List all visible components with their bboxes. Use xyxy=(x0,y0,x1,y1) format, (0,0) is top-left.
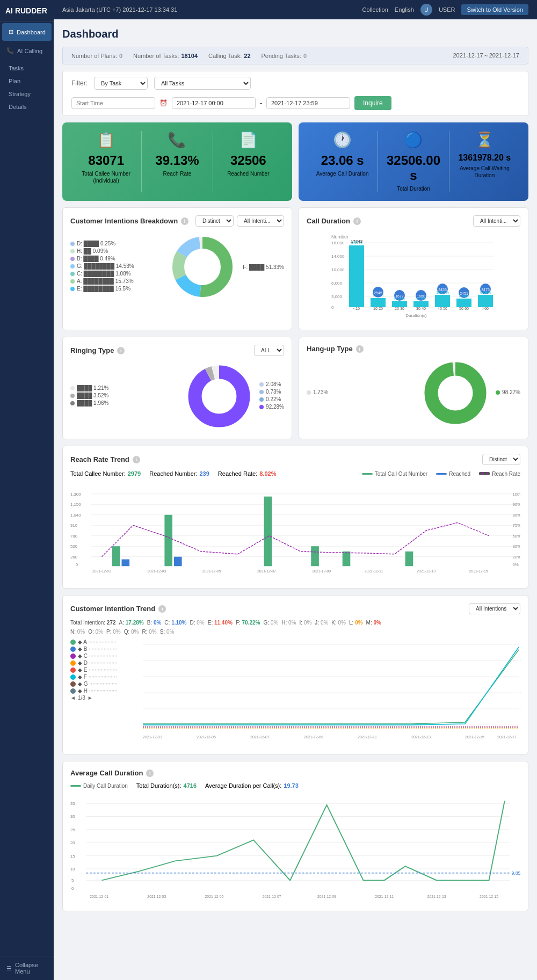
ringing-type-title: Ringing Type i ALL xyxy=(70,345,284,356)
collapse-menu-btn[interactable]: ☰ Collapse Menu xyxy=(0,956,54,980)
pending-val: 0 xyxy=(303,53,307,59)
legend-line-purple xyxy=(479,472,490,475)
ringing-dot-r1 xyxy=(259,382,264,387)
trend-bar-5 xyxy=(343,551,351,566)
customer-intentions-card: Customer Intentions Breakdown i Distinct… xyxy=(62,207,292,330)
avg-call-duration-info-icon[interactable]: i xyxy=(146,770,154,777)
ringing-legend-r1: 2.08% xyxy=(259,381,284,387)
sidebar-item-tasks[interactable]: Tasks xyxy=(0,62,54,75)
sidebar-item-dashboard[interactable]: ⊞ Dashboard xyxy=(2,23,52,41)
prev-page-icon[interactable]: ◄ xyxy=(70,695,76,701)
stat-pending-tasks: Pending Tasks: 0 xyxy=(262,53,307,59)
page-title: Dashboard xyxy=(62,28,528,40)
ringing-type-info-icon[interactable]: i xyxy=(117,347,125,354)
svg-text:10-20: 10-20 xyxy=(373,307,383,310)
svg-text:25: 25 xyxy=(70,827,75,832)
svg-text:2021-12-09: 2021-12-09 xyxy=(304,735,323,739)
series-page-nav[interactable]: ◄ 1/3 ► xyxy=(70,695,135,701)
avg-call-duration-chart-svg: 35 30 25 20 15 10 5 0 9.85 2021-12-01 20… xyxy=(70,794,520,902)
svg-text:2021-12-11: 2021-12-11 xyxy=(365,569,383,573)
reach-rate-trend-title: Reach Rate Trend i Distinct xyxy=(70,454,520,465)
filter-bar: Filter: By Task All Tasks ⏰ - Inquire xyxy=(62,71,528,116)
collapse-icon: ☰ xyxy=(6,965,12,972)
switch-old-version-btn[interactable]: Switch to Old Version xyxy=(461,4,528,15)
hangup-right-legend: 98.27% xyxy=(496,389,520,397)
series-C: ◆ C ··················· xyxy=(70,653,135,659)
hangup-legend-1: 1.73% xyxy=(307,389,415,395)
dashboard-icon: ⊞ xyxy=(9,28,13,35)
series-D: ◆ D ··················· xyxy=(70,660,135,666)
start-time-input[interactable] xyxy=(71,97,155,109)
metric-avg-call-duration: 🕐 23.06 s Average Call Duration xyxy=(307,131,378,192)
avg-call-duration-label: Average Call Duration xyxy=(314,170,371,177)
bar-40-50 xyxy=(435,295,450,307)
ringing-type-filter-select[interactable]: ALL xyxy=(254,345,284,356)
intention-trend-stats-row2: N: 0% O: 0% P: 0% Q: 0% R: 0% S: 0% xyxy=(70,629,520,635)
bar-lt10 xyxy=(349,245,364,307)
avg-duration-line xyxy=(101,801,504,880)
metric-total-duration: 🔵 32506.00 s Total Duration xyxy=(378,131,449,192)
svg-text:2021-12-09: 2021-12-09 xyxy=(312,569,331,573)
collection-dropdown[interactable]: Collection xyxy=(362,6,388,13)
series-dot-H xyxy=(70,688,76,694)
sidebar-item-ai-calling[interactable]: 📞 AI Calling xyxy=(0,42,54,60)
svg-text:2021-12-13: 2021-12-13 xyxy=(417,569,436,573)
sidebar-item-plan[interactable]: Plan xyxy=(0,75,54,88)
sidebar-item-details[interactable]: Details xyxy=(0,100,54,113)
intention-trend-filter-select[interactable]: All Intentions xyxy=(469,603,520,614)
top-nav: Asia Jakarta (UTC +7) 2021-12-17 13:34:3… xyxy=(54,0,537,19)
reach-rate-trend-filter-select[interactable]: Distinct xyxy=(482,454,520,465)
charts-row-2: Ringing Type i ALL ████ 1.21% xyxy=(62,337,528,439)
ringing-dot-main xyxy=(259,405,264,409)
inquire-btn[interactable]: Inquire xyxy=(354,96,391,110)
sidebar: AI RUDDER ⊞ Dashboard 📞 AI Calling Tasks… xyxy=(0,0,54,980)
clock-icon: 🕐 xyxy=(314,131,371,149)
svg-text:2021-12-17: 2021-12-17 xyxy=(497,735,517,739)
bar-y-label: Number xyxy=(331,234,349,239)
svg-text:1,040: 1,040 xyxy=(70,513,81,518)
call-duration-filter-select[interactable]: All Intenti... xyxy=(473,215,520,227)
trend-bar-2 xyxy=(164,515,172,566)
svg-text:90%: 90% xyxy=(512,502,520,507)
svg-text:2021-12-07: 2021-12-07 xyxy=(257,569,276,573)
svg-text:2021-12-05: 2021-12-05 xyxy=(202,569,221,573)
next-page-icon[interactable]: ► xyxy=(88,695,93,701)
svg-text:2545: 2545 xyxy=(374,291,382,295)
svg-text:0: 0 xyxy=(331,305,334,310)
intentions-distinct-select[interactable]: Distinct xyxy=(195,215,234,227)
svg-text:10,000: 10,000 xyxy=(331,267,345,272)
callee-number-label: Total Callee Number (individual) xyxy=(77,170,135,184)
user-avatar[interactable]: U xyxy=(420,4,432,16)
hangup-type-info-icon[interactable]: i xyxy=(356,345,364,353)
series-dot-B xyxy=(70,647,76,652)
svg-text:6,000: 6,000 xyxy=(331,281,343,286)
svg-point-40 xyxy=(195,372,243,420)
reach-rate-trend-info-icon[interactable]: i xyxy=(133,456,140,463)
time-to-input[interactable] xyxy=(266,97,350,109)
reached-number-stat: Reached Number: 239 xyxy=(149,470,209,477)
sidebar-item-strategy[interactable]: Strategy xyxy=(0,88,54,100)
svg-text:7.54%: 7.54% xyxy=(459,294,469,298)
svg-text:2021-12-03: 2021-12-03 xyxy=(143,735,162,739)
series-dot-E xyxy=(70,667,76,673)
intentions-all-select[interactable]: All Intenti... xyxy=(237,215,284,227)
svg-text:20-30: 20-30 xyxy=(395,307,404,310)
calling-task-label: Calling Task: xyxy=(208,53,242,59)
ringing-dot-3 xyxy=(70,401,75,405)
ringing-legend-2: ████ 3.52% xyxy=(70,393,179,398)
stats-bar-inner: Number of Plans: 0 Number of Tasks: 1810… xyxy=(71,53,442,59)
filter-all-tasks-select[interactable]: All Tasks xyxy=(154,77,251,90)
time-from-input[interactable] xyxy=(172,97,256,109)
filter-by-select[interactable]: By Task xyxy=(94,77,148,90)
language-dropdown[interactable]: English xyxy=(395,6,414,13)
customer-intentions-info-icon[interactable]: i xyxy=(181,217,188,225)
callee-icon: 📋 xyxy=(77,131,135,149)
svg-text:2021-12-11: 2021-12-11 xyxy=(358,735,377,739)
intention-trend-chart-area: ◆ A ··················· ◆ B ············… xyxy=(70,639,520,746)
call-duration-info-icon[interactable]: i xyxy=(353,217,361,225)
blue-metrics: 🕐 23.06 s Average Call Duration 🔵 32506.… xyxy=(299,122,528,201)
svg-text:10%: 10% xyxy=(520,723,520,727)
bar-10-20 xyxy=(371,298,386,307)
reach-rate-trend-chart-svg: 1,300 1,150 1,040 910 780 520 260 0 100%… xyxy=(70,482,520,579)
intention-trend-info-icon[interactable]: i xyxy=(158,605,166,613)
